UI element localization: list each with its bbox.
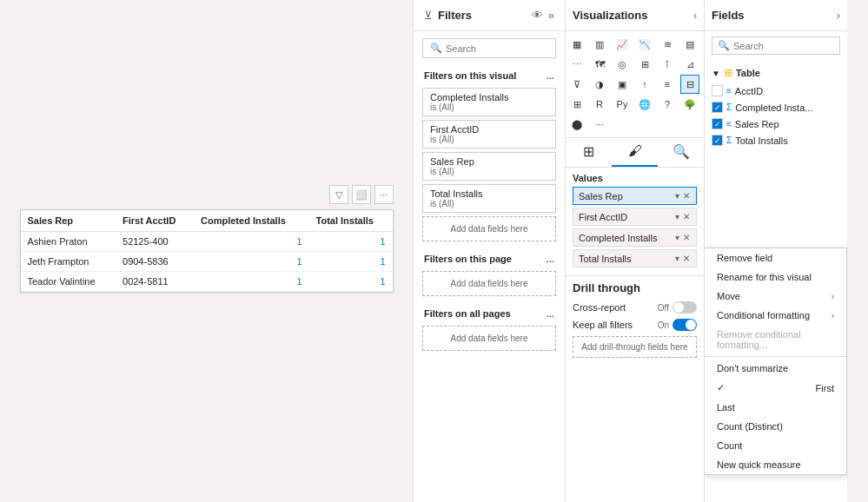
table-cell: 0024-5811 <box>116 272 194 292</box>
value-field-dropdown[interactable]: ▾ <box>674 232 680 243</box>
viz-icon-donut[interactable]: ◎ <box>613 55 632 74</box>
fields-expand-icon[interactable]: › <box>837 9 840 22</box>
fields-tree-item[interactable]: ≡AcctID <box>705 83 847 99</box>
viz-icon-area[interactable]: 📉 <box>635 35 654 54</box>
viz-icon-card[interactable]: ▣ <box>613 75 632 94</box>
context-menu-item[interactable]: Don't summarize <box>705 359 846 378</box>
filters-add-data-2[interactable]: Add data fields here <box>422 271 556 296</box>
context-menu-item[interactable]: Count (Distinct) <box>705 417 846 436</box>
filters-add-data-1[interactable]: Add data fields here <box>422 216 556 241</box>
value-field-remove[interactable]: ✕ <box>682 211 691 222</box>
keep-filters-toggle[interactable]: On <box>658 319 697 331</box>
filter-item-value: is (All) <box>430 199 548 208</box>
filter-item[interactable]: First AcctIDis (All) <box>422 120 556 149</box>
viz-tab-format[interactable]: 🖌 <box>612 138 658 167</box>
table-header-item[interactable]: ▼ ⊞ Table <box>705 63 847 83</box>
fields-items-container: ≡AcctID✓ΣCompleted Insta...✓≡Sales Rep✓Σ… <box>705 83 847 149</box>
viz-icon-python[interactable]: Py <box>613 95 632 114</box>
context-menu-item[interactable]: Remove field <box>705 248 846 268</box>
drill-add-fields[interactable]: Add drill-through fields here <box>573 336 697 358</box>
table-row[interactable]: Ashien Praton52125-40011 <box>21 232 393 252</box>
fields-search-box[interactable]: 🔍 <box>712 36 840 55</box>
value-field-item[interactable]: Sales Rep ▾ ✕ <box>573 187 697 205</box>
table-cell: 1 <box>194 232 308 252</box>
table-row[interactable]: Teador Valintine0024-581111 <box>21 272 393 292</box>
viz-icon-qa[interactable]: ? <box>658 95 677 114</box>
value-field-item[interactable]: Total Installs ▾ ✕ <box>573 249 697 268</box>
context-menu-item-label: Remove field <box>717 253 772 263</box>
col-header-completed-installs[interactable]: Completed Installs <box>194 210 308 232</box>
table-cell: 1 <box>194 252 308 272</box>
fields-tree-item[interactable]: ✓ΣCompleted Insta... <box>705 99 847 116</box>
viz-icon-slicer[interactable]: ≡ <box>658 75 677 94</box>
viz-icon-stacked-area[interactable]: ≋ <box>658 35 677 54</box>
viz-icon-column[interactable]: ▤ <box>680 35 699 54</box>
viz-tab-analytics[interactable]: 🔍 <box>658 138 704 167</box>
fields-tree-item[interactable]: ✓ΣTotal Installs <box>705 132 847 149</box>
keep-filters-track[interactable] <box>673 319 697 331</box>
viz-icon-combo[interactable]: ⊺ <box>658 55 677 74</box>
filters-eye-icon[interactable]: 👁 <box>532 9 543 22</box>
viz-icon-stacked-bar[interactable]: ▦ <box>567 35 586 54</box>
viz-icon-funnel[interactable]: ⊽ <box>567 75 586 94</box>
filters-expand-icon[interactable]: » <box>548 9 554 22</box>
filter-toolbar-btn[interactable]: ▽ <box>329 185 348 204</box>
viz-icon-table[interactable]: ⊟ <box>680 75 699 94</box>
filters-search-box[interactable]: 🔍 <box>422 38 556 58</box>
context-menu-item[interactable]: Move› <box>705 287 846 306</box>
viz-icon-more-dots[interactable]: ··· <box>590 115 609 134</box>
filters-on-visual-dots[interactable]: ... <box>547 70 554 81</box>
context-menu-item: Remove conditional formatting... <box>705 325 846 354</box>
value-field-remove[interactable]: ✕ <box>682 232 691 243</box>
filters-on-page-dots[interactable]: ... <box>547 254 554 264</box>
viz-icon-arcgis[interactable]: 🌐 <box>635 95 654 114</box>
value-field-remove[interactable]: ✕ <box>682 253 691 264</box>
col-header-total-installs[interactable]: Total Installs <box>309 210 393 232</box>
viz-icon-map[interactable]: 🗺 <box>590 55 609 74</box>
fields-tree-item[interactable]: ✓≡Sales Rep <box>705 116 847 132</box>
value-field-item[interactable]: Completed Installs ▾ ✕ <box>573 228 697 247</box>
viz-icon-decomp[interactable]: 🌳 <box>680 95 699 114</box>
viz-tab-fields[interactable]: ⊞ <box>566 138 612 167</box>
viz-icon-kpi[interactable]: ↑ <box>635 75 654 94</box>
filters-search-input[interactable] <box>446 43 548 54</box>
filters-title: Filters <box>438 9 527 22</box>
filter-item[interactable]: Sales Repis (All) <box>422 152 556 181</box>
viz-icon-r-visual[interactable]: R <box>590 95 609 114</box>
viz-icon-line[interactable]: 📈 <box>613 35 632 54</box>
value-field-dropdown[interactable]: ▾ <box>674 253 680 264</box>
context-menu-item[interactable]: Count <box>705 436 846 455</box>
context-menu-item[interactable]: Conditional formatting› <box>705 306 846 325</box>
value-field-item[interactable]: First AcctID ▾ ✕ <box>573 208 697 226</box>
context-menu-item[interactable]: New quick measure <box>705 455 846 474</box>
table-name: Table <box>736 68 760 78</box>
value-field-remove[interactable]: ✕ <box>682 190 691 201</box>
viz-icon-more-1[interactable]: ⬤ <box>567 115 586 134</box>
filters-add-data-3[interactable]: Add data fields here <box>422 326 556 351</box>
table-cell: 1 <box>194 272 308 292</box>
value-field-dropdown[interactable]: ▾ <box>674 190 680 201</box>
viz-icon-gauge[interactable]: ◑ <box>590 75 609 94</box>
context-menu-item[interactable]: Rename for this visual <box>705 268 846 287</box>
context-menu-item[interactable]: Last <box>705 398 846 417</box>
viz-icon-bar[interactable]: ▥ <box>590 35 609 54</box>
fields-search-input[interactable] <box>733 41 834 51</box>
table-row[interactable]: Jeth Frampton0904-583611 <box>21 252 393 272</box>
cross-report-track[interactable] <box>673 301 697 314</box>
viz-icon-matrix[interactable]: ⊞ <box>567 95 586 114</box>
filters-search-icon: 🔍 <box>430 43 442 54</box>
cross-report-toggle[interactable]: Off <box>658 301 697 314</box>
viz-icon-waterfall[interactable]: ⊿ <box>680 55 699 74</box>
value-field-dropdown[interactable]: ▾ <box>674 211 680 222</box>
viz-icon-treemap[interactable]: ⊞ <box>635 55 654 74</box>
filters-all-pages-dots[interactable]: ... <box>547 308 554 319</box>
filter-item[interactable]: Completed Installsis (All) <box>422 88 556 116</box>
viz-expand-icon[interactable]: › <box>693 9 697 22</box>
viz-icon-scatter[interactable]: ⋯ <box>567 55 586 74</box>
focus-toolbar-btn[interactable]: ⬜ <box>352 185 371 204</box>
context-menu-item[interactable]: First <box>705 378 846 398</box>
more-toolbar-btn[interactable]: ··· <box>374 185 394 204</box>
filter-item[interactable]: Total Installsis (All) <box>422 184 556 213</box>
col-header-sales-rep[interactable]: Sales Rep <box>21 210 116 232</box>
col-header-first-acctid[interactable]: First AcctID <box>116 210 194 232</box>
